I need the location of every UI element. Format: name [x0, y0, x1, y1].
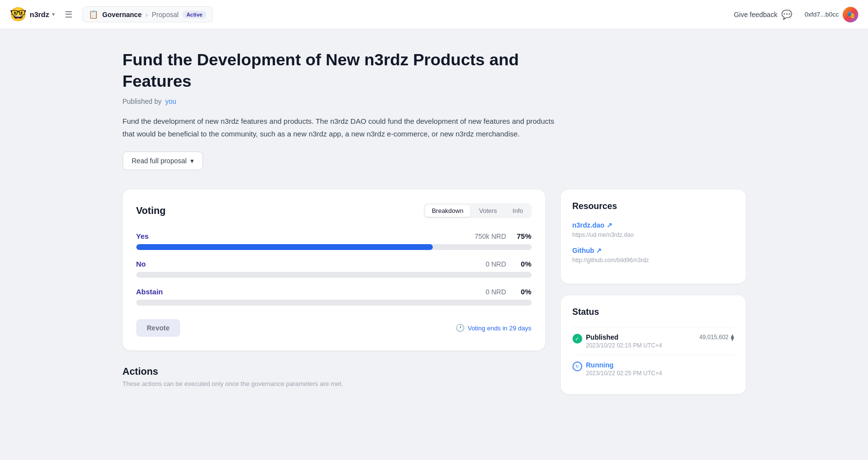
vote-label-row-no: No 0 NRD 0%	[136, 260, 532, 268]
voting-card: Voting Breakdown Voters Info Yes 750k NR…	[123, 190, 545, 350]
vote-label-abstain: Abstain	[136, 288, 163, 296]
progress-bar-abstain-bg	[136, 300, 532, 306]
vote-label-row-abstain: Abstain 0 NRD 0%	[136, 288, 532, 296]
breadcrumb-governance[interactable]: Governance	[102, 11, 142, 19]
status-name-running: Running	[586, 361, 662, 369]
block-number-published: 49,015,602	[699, 334, 728, 341]
logo-emoji: 🤓	[10, 8, 27, 21]
breadcrumb-separator: ›	[146, 11, 148, 19]
vote-pct-yes: 75%	[514, 232, 532, 240]
status-card: Status ✓ Published 2023/10/22 02:15 PM U…	[561, 295, 746, 394]
vote-amount-yes: 750k NRD	[475, 232, 506, 240]
voting-title: Voting	[136, 205, 166, 216]
status-left-running: ↻ Running 2023/10/22 02:25 PM UTC+4	[573, 361, 662, 377]
header-right: Give feedback 💬 0xfd7...b0cc 🎭	[729, 6, 858, 23]
avatar: 🎭	[843, 7, 858, 22]
breadcrumb-proposal: Proposal	[152, 11, 179, 19]
voting-tab-group: Breakdown Voters Info	[424, 203, 532, 218]
resource-url-dao: https://ud.me/n3rdz.dao	[573, 231, 634, 238]
revote-button[interactable]: Revote	[136, 319, 181, 337]
tab-info[interactable]: Info	[506, 205, 530, 217]
menu-icon[interactable]: ☰	[61, 7, 76, 22]
actions-section: Actions These actions can be executed on…	[123, 366, 545, 387]
vote-row-abstain: Abstain 0 NRD 0%	[136, 288, 532, 306]
status-date-running: 2023/10/22 02:25 PM UTC+4	[586, 370, 662, 377]
progress-bar-yes-fill	[136, 244, 433, 250]
read-full-proposal-button[interactable]: Read full proposal ▾	[123, 152, 203, 170]
actions-description: These actions can be executed only once …	[123, 380, 545, 387]
published-by-prefix: Published by	[123, 97, 162, 105]
resources-title: Resources	[573, 201, 734, 211]
check-icon: ✓	[573, 334, 582, 344]
status-item-published: ✓ Published 2023/10/22 02:15 PM UTC+4 49…	[573, 327, 734, 355]
vote-row-no: No 0 NRD 0%	[136, 260, 532, 278]
resource-link-github[interactable]: Github ↗	[573, 247, 734, 254]
status-block-published: 49,015,602 ⧫	[699, 333, 734, 341]
actions-title: Actions	[123, 366, 545, 377]
status-date-published: 2023/10/22 02:15 PM UTC+4	[586, 342, 662, 349]
main-content: Fund the Development of New n3rdz Produc…	[93, 29, 775, 425]
vote-label-no: No	[136, 260, 146, 268]
status-item-running: ↻ Running 2023/10/22 02:25 PM UTC+4	[573, 355, 734, 383]
voting-footer: Revote 🕐 Voting ends in 29 days	[136, 319, 532, 337]
app-name: n3rdz	[30, 10, 49, 19]
resource-item-github: Github ↗ http://github.com/bild96/n3rdz	[573, 247, 734, 264]
vote-stats-no: 0 NRD 0%	[485, 260, 531, 268]
breadcrumb: 📋 Governance › Proposal Active	[82, 6, 213, 22]
status-left-published: ✓ Published 2023/10/22 02:15 PM UTC+4	[573, 333, 662, 349]
voting-ends: 🕐 Voting ends in 29 days	[456, 324, 532, 332]
vote-stats-abstain: 0 NRD 0%	[485, 288, 531, 296]
resource-url-github: http://github.com/bild96/n3rdz	[573, 257, 649, 264]
vote-pct-no: 0%	[514, 260, 532, 268]
running-icon: ↻	[573, 362, 582, 371]
voting-header: Voting Breakdown Voters Info	[136, 203, 532, 218]
resources-card: Resources n3rdz.dao ↗ https://ud.me/n3rd…	[561, 190, 746, 284]
right-column: Resources n3rdz.dao ↗ https://ud.me/n3rd…	[561, 190, 746, 406]
wallet-address[interactable]: 0xfd7...b0cc 🎭	[805, 7, 858, 22]
governance-icon: 📋	[89, 10, 98, 19]
resource-item-dao: n3rdz.dao ↗ https://ud.me/n3rdz.dao	[573, 221, 734, 239]
clock-icon: 🕐	[456, 324, 465, 332]
vote-stats-yes: 750k NRD 75%	[475, 232, 532, 240]
published-by-link[interactable]: you	[165, 97, 176, 105]
page-title: Fund the Development of New n3rdz Produc…	[123, 49, 561, 92]
status-info-running: Running 2023/10/22 02:25 PM UTC+4	[586, 361, 662, 377]
app-header: 🤓 n3rdz ▾ ☰ 📋 Governance › Proposal Acti…	[0, 0, 868, 29]
resource-label-dao: n3rdz.dao ↗	[573, 221, 612, 229]
resource-link-dao[interactable]: n3rdz.dao ↗	[573, 221, 734, 229]
app-dropdown-arrow[interactable]: ▾	[52, 11, 55, 18]
vote-amount-no: 0 NRD	[485, 260, 506, 268]
chevron-down-icon: ▾	[190, 157, 194, 165]
content-grid: Voting Breakdown Voters Info Yes 750k NR…	[123, 190, 746, 406]
feedback-label: Give feedback	[734, 11, 777, 19]
left-column: Voting Breakdown Voters Info Yes 750k NR…	[123, 190, 545, 387]
feedback-icon: 💬	[781, 9, 792, 20]
status-title: Status	[573, 307, 734, 317]
wallet-text: 0xfd7...b0cc	[805, 11, 839, 18]
vote-label-yes: Yes	[136, 232, 149, 240]
read-proposal-label: Read full proposal	[132, 157, 187, 165]
tab-voters[interactable]: Voters	[472, 205, 504, 217]
progress-bar-yes-bg	[136, 244, 532, 250]
resource-label-github: Github ↗	[573, 247, 602, 254]
voting-ends-label: Voting ends in 29 days	[468, 325, 532, 332]
status-info-published: Published 2023/10/22 02:15 PM UTC+4	[586, 333, 662, 349]
block-icon: ⧫	[731, 333, 734, 341]
vote-pct-abstain: 0%	[514, 288, 532, 296]
give-feedback-button[interactable]: Give feedback 💬	[729, 6, 797, 23]
vote-label-row-yes: Yes 750k NRD 75%	[136, 232, 532, 240]
status-badge: Active	[183, 11, 206, 19]
published-by: Published by you	[123, 97, 746, 105]
status-name-published: Published	[586, 333, 662, 341]
tab-breakdown[interactable]: Breakdown	[425, 205, 470, 217]
progress-bar-no-bg	[136, 272, 532, 278]
vote-amount-abstain: 0 NRD	[485, 288, 506, 296]
vote-row-yes: Yes 750k NRD 75%	[136, 232, 532, 250]
logo-wrapper[interactable]: 🤓 n3rdz ▾	[10, 8, 55, 21]
proposal-description: Fund the development of new n3rdz featur…	[123, 115, 561, 140]
header-left: 🤓 n3rdz ▾ ☰ 📋 Governance › Proposal Acti…	[10, 6, 721, 22]
